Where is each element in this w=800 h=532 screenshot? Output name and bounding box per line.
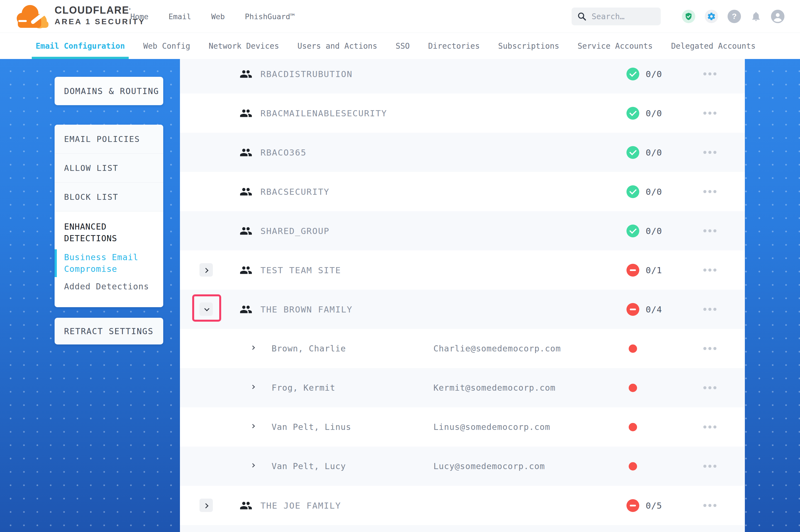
row-menu-button[interactable] xyxy=(703,407,716,446)
cloudflare-logo-icon xyxy=(16,3,51,30)
tab-delegated-accounts[interactable]: Delegated Accounts xyxy=(671,33,756,59)
row-menu-button[interactable] xyxy=(703,329,716,368)
tab-directories[interactable]: Directories xyxy=(428,33,480,59)
member-name: Van Pelt, Linus xyxy=(272,407,351,446)
tab-service-accounts[interactable]: Service Accounts xyxy=(578,33,653,59)
table-row: SHARED_GROUP 0/0 xyxy=(180,211,745,250)
group-name: THE BROWN FAMILY xyxy=(260,290,353,329)
tab-web-config[interactable]: Web Config xyxy=(143,33,190,59)
gear-icon[interactable] xyxy=(705,10,718,23)
status-blocked-icon xyxy=(626,264,639,277)
search-box[interactable] xyxy=(571,7,661,25)
help-icon[interactable]: ? xyxy=(728,10,741,23)
search-input[interactable] xyxy=(591,12,655,21)
top-nav-item-home[interactable]: Home xyxy=(130,12,148,21)
group-icon xyxy=(239,303,252,316)
sidebar-item-block-list[interactable]: BLOCK LIST xyxy=(55,183,163,211)
bell-icon[interactable] xyxy=(750,11,762,22)
status-badge xyxy=(629,329,637,368)
table-row: TEST TEAM SITE 0/1 xyxy=(180,250,745,290)
group-name: TEST TEAM SITE xyxy=(260,250,341,290)
status-badge xyxy=(626,172,639,211)
group-icon xyxy=(239,107,252,120)
member-count: 0/5 xyxy=(646,486,662,525)
sidebar-card-retract-settings[interactable]: RETRACT SETTINGS xyxy=(55,318,163,344)
top-nav-item-web[interactable]: Web xyxy=(211,12,225,21)
table-row: RBACO365 0/0 xyxy=(180,133,745,172)
table-row: Van Pelt, Linus Linus@somedemocorp.com xyxy=(180,407,745,446)
member-count: 0/0 xyxy=(646,59,662,94)
member-email: Linus@somedemocorp.com xyxy=(433,407,550,446)
status-alert-dot xyxy=(629,384,637,392)
shield-check-icon[interactable] xyxy=(682,10,695,23)
member-name: Van Pelt, Lucy xyxy=(272,446,346,486)
top-nav: HomeEmailWebPhishGuard™ xyxy=(130,0,295,33)
member-chevron-icon[interactable] xyxy=(251,424,255,429)
top-header: CLOUDFLARE' AREA 1 SECURITY HomeEmailWeb… xyxy=(0,0,800,33)
policy-item-list: EMAIL POLICIESALLOW LISTBLOCK LIST xyxy=(55,125,163,211)
domains-routing-label: DOMAINS & ROUTING xyxy=(64,86,159,96)
row-menu-button[interactable] xyxy=(703,290,716,329)
sidebar-item-allow-list[interactable]: ALLOW LIST xyxy=(55,154,163,183)
status-ok-icon xyxy=(626,146,639,159)
member-count: 0/0 xyxy=(646,133,662,172)
status-badge xyxy=(626,133,639,172)
group-name: RBACSECURITY xyxy=(260,172,329,211)
member-count: 0/1 xyxy=(646,250,662,290)
row-menu-button[interactable] xyxy=(703,250,716,290)
member-name: Frog, Kermit xyxy=(272,368,335,407)
row-menu-button[interactable] xyxy=(703,446,716,486)
tab-users-and-actions[interactable]: Users and Actions xyxy=(297,33,378,59)
row-menu-button[interactable] xyxy=(703,486,716,525)
group-name: RBACO365 xyxy=(260,133,306,172)
account-icon[interactable] xyxy=(771,10,784,23)
collapse-button[interactable] xyxy=(199,302,213,316)
status-badge xyxy=(626,290,639,329)
config-tab-bar: Email ConfigurationWeb ConfigNetwork Dev… xyxy=(0,33,800,59)
tab-subscriptions[interactable]: Subscriptions xyxy=(498,33,559,59)
group-icon xyxy=(239,185,252,198)
member-count: 0/4 xyxy=(646,290,662,329)
member-chevron-icon[interactable] xyxy=(251,463,255,468)
groups-table-panel: RBACDISTRUBUTION 0/0 RBACMAILENABLESECUR… xyxy=(180,59,745,532)
brand-name: CLOUDFLARE xyxy=(55,4,129,16)
retract-settings-label: RETRACT SETTINGS xyxy=(64,326,153,336)
member-chevron-icon[interactable] xyxy=(251,385,255,389)
table-row: RBACMAILENABLESECURITY 0/0 xyxy=(180,94,745,133)
tab-email-configuration[interactable]: Email Configuration xyxy=(36,33,125,59)
row-menu-button[interactable] xyxy=(703,59,716,94)
header-icon-cluster: ? xyxy=(682,0,784,33)
row-menu-button[interactable] xyxy=(703,133,716,172)
groups-table: RBACDISTRUBUTION 0/0 RBACMAILENABLESECUR… xyxy=(180,59,745,532)
table-row xyxy=(180,525,745,532)
expand-button[interactable] xyxy=(199,499,213,512)
member-count: 0/0 xyxy=(646,211,662,250)
top-nav-item-phishguard[interactable]: PhishGuard™ xyxy=(245,12,295,21)
row-menu-button[interactable] xyxy=(703,368,716,407)
row-menu-button[interactable] xyxy=(703,211,716,250)
search-icon xyxy=(577,12,587,21)
group-icon xyxy=(239,499,252,512)
status-badge xyxy=(626,59,639,94)
top-nav-item-email[interactable]: Email xyxy=(168,12,191,21)
expand-button[interactable] xyxy=(199,263,213,277)
tab-sso[interactable]: SSO xyxy=(396,33,410,59)
table-row: THE JOE FAMILY 0/5 xyxy=(180,486,745,525)
status-ok-icon xyxy=(626,107,639,120)
status-alert-dot xyxy=(629,462,637,471)
row-menu-button[interactable] xyxy=(703,94,716,133)
tab-network-devices[interactable]: Network Devices xyxy=(208,33,279,59)
sidebar-item-added-detections[interactable]: Added Detections xyxy=(64,282,155,291)
sidebar-card-domains-routing[interactable]: DOMAINS & ROUTING xyxy=(55,77,163,105)
member-email: Lucy@somedemocorp.com xyxy=(433,446,545,486)
member-chevron-icon[interactable] xyxy=(251,346,255,350)
sidebar-item-email-policies[interactable]: EMAIL POLICIES xyxy=(55,125,163,154)
status-alert-dot xyxy=(629,423,637,431)
sidebar-item-business-email-compromise[interactable]: Business Email Compromise xyxy=(64,251,155,275)
group-name: SHARED_GROUP xyxy=(260,211,329,250)
member-email: Kermit@somedemocorp.com xyxy=(433,368,556,407)
row-menu-button[interactable] xyxy=(703,172,716,211)
enhanced-detections-section: ENHANCED DETECTIONS Business Email Compr… xyxy=(55,211,163,307)
status-badge xyxy=(629,446,637,486)
group-name: THE JOE FAMILY xyxy=(260,486,341,525)
